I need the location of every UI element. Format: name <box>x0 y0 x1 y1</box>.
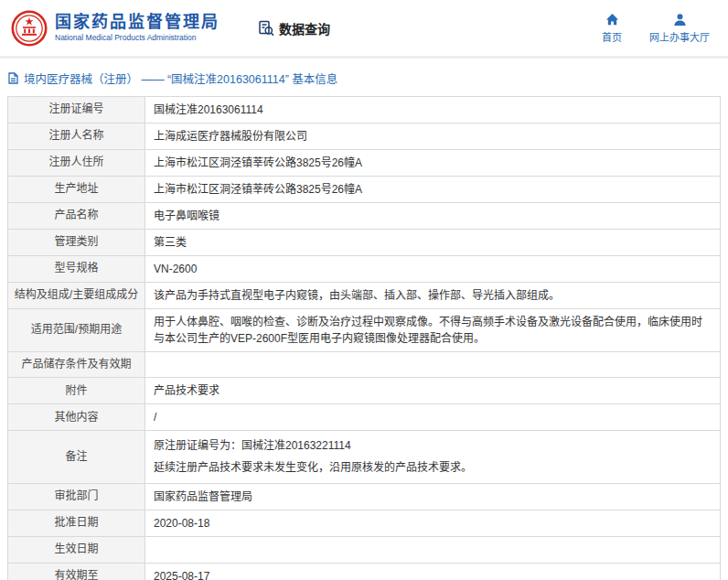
field-value-approval-date: 2020-08-18 <box>145 510 721 537</box>
nav-online-hall-label: 网上办事大厅 <box>649 29 710 44</box>
table-row: 有效期至 2025-08-17 <box>8 563 721 580</box>
table-row: 管理类别 第三类 <box>8 230 721 256</box>
nav-home[interactable]: 首页 <box>602 13 622 44</box>
table-row: 适用范围/预期用途 用于人体鼻腔、咽喉的检查、诊断及治疗过程中观察成像。不得与高… <box>8 309 721 352</box>
field-label-reg-cert-no: 注册证编号 <box>8 97 145 124</box>
site-title: 国家药品监督管理局 <box>55 13 219 33</box>
nav-online-hall[interactable]: 网上办事大厅 <box>649 13 710 44</box>
data-query-icon <box>258 20 274 37</box>
field-value-other-content: / <box>145 404 721 431</box>
table-row: 注册人住所 上海市松江区洞泾镇莘砖公路3825号26幢A <box>8 150 721 177</box>
field-label-other-content: 其他内容 <box>8 404 145 431</box>
field-value-production-address: 上海市松江区洞泾镇莘砖公路3825号26幢A <box>145 177 721 203</box>
field-value-registrant-address: 上海市松江区洞泾镇莘砖公路3825号26幢A <box>145 150 721 177</box>
field-value-product-name: 电子鼻咽喉镜 <box>145 203 721 230</box>
field-value-effective-date <box>145 537 721 563</box>
brand-link[interactable]: 国家药品监督管理局 National Medical Products Admi… <box>11 10 219 47</box>
field-label-remarks: 备注 <box>8 431 145 484</box>
field-label-production-address: 生产地址 <box>8 177 145 203</box>
field-label-approval-dept: 审批部门 <box>8 484 145 510</box>
national-emblem-icon <box>11 10 48 47</box>
breadcrumb: 境内医疗器械（注册） —— “国械注准20163061114” 基本信息 <box>0 59 728 96</box>
field-label-product-name: 产品名称 <box>8 203 145 230</box>
document-icon <box>7 72 19 84</box>
data-query-label: 数据查询 <box>279 19 330 38</box>
field-value-model-spec: VN-2600 <box>145 256 721 283</box>
field-label-registrant-name: 注册人名称 <box>8 124 145 150</box>
field-label-composition: 结构及组成/主要组成成分 <box>8 283 145 309</box>
registration-info-table: 注册证编号 国械注准20163061114 注册人名称 上海成运医疗器械股份有限… <box>7 96 721 580</box>
field-value-expiry-date: 2025-08-17 <box>145 563 721 580</box>
header-nav: 首页 网上办事大厅 <box>602 13 715 44</box>
field-value-composition: 该产品为手持式直视型电子内窥镜，由头端部、插入部、操作部、导光插入部组成。 <box>145 283 721 309</box>
field-label-management-class: 管理类别 <box>8 230 145 256</box>
field-value-reg-cert-no: 国械注准20163061114 <box>145 97 721 124</box>
table-row: 注册证编号 国械注准20163061114 <box>8 97 721 124</box>
field-label-registrant-address: 注册人住所 <box>8 150 145 177</box>
table-row: 其他内容 / <box>8 404 721 431</box>
table-row: 生效日期 <box>8 537 721 563</box>
field-value-storage-conditions <box>145 352 721 378</box>
field-label-intended-use: 适用范围/预期用途 <box>8 309 145 352</box>
field-label-approval-date: 批准日期 <box>8 510 145 537</box>
field-value-management-class: 第三类 <box>145 230 721 256</box>
field-value-attachment: 产品技术要求 <box>145 378 721 404</box>
table-row: 产品名称 电子鼻咽喉镜 <box>8 203 721 230</box>
field-label-expiry-date: 有效期至 <box>8 563 145 580</box>
field-value-approval-dept: 国家药品监督管理局 <box>145 484 721 510</box>
field-label-model-spec: 型号规格 <box>8 256 145 283</box>
field-value-registrant-name: 上海成运医疗器械股份有限公司 <box>145 124 721 150</box>
table-row: 型号规格 VN-2600 <box>8 256 721 283</box>
page-title: 境内医疗器械（注册） —— “国械注准20163061114” 基本信息 <box>24 70 337 87</box>
header: 国家药品监督管理局 National Medical Products Admi… <box>0 0 728 59</box>
home-icon <box>605 13 619 27</box>
table-row: 备注 原注册证编号为：国械注准20163221114 延续注册产品技术要求未发生… <box>8 431 721 484</box>
user-icon <box>673 13 687 27</box>
table-row: 附件 产品技术要求 <box>8 378 721 404</box>
table-row: 生产地址 上海市松江区洞泾镇莘砖公路3825号26幢A <box>8 177 721 203</box>
field-label-storage-conditions: 产品储存条件及有效期 <box>8 352 145 378</box>
field-label-effective-date: 生效日期 <box>8 537 145 563</box>
field-value-remarks: 原注册证编号为：国械注准20163221114 延续注册产品技术要求未发生变化，… <box>145 431 721 484</box>
data-query-tab[interactable]: 数据查询 <box>258 19 330 38</box>
nav-home-label: 首页 <box>602 29 622 44</box>
table-row: 批准日期 2020-08-18 <box>8 510 721 537</box>
field-value-intended-use: 用于人体鼻腔、咽喉的检查、诊断及治疗过程中观察成像。不得与高频手术设备及激光设备… <box>145 309 721 352</box>
table-row: 注册人名称 上海成运医疗器械股份有限公司 <box>8 124 721 150</box>
field-label-attachment: 附件 <box>8 378 145 404</box>
table-row: 产品储存条件及有效期 <box>8 352 721 378</box>
site-subtitle: National Medical Products Administration <box>55 33 219 43</box>
table-row: 审批部门 国家药品监督管理局 <box>8 484 721 510</box>
table-row: 结构及组成/主要组成成分 该产品为手持式直视型电子内窥镜，由头端部、插入部、操作… <box>8 283 721 309</box>
